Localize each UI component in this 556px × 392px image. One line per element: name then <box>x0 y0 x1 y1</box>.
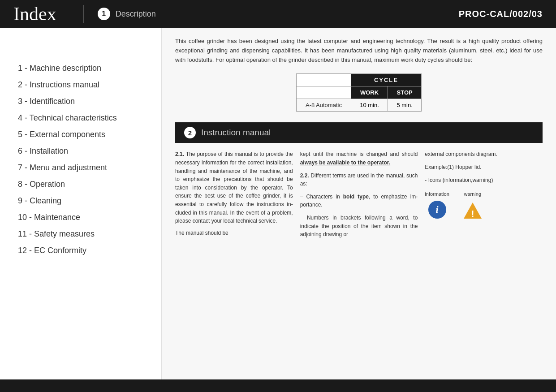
index-item: 1 - Machine description <box>18 64 148 73</box>
description-paragraph: This coffee grinder has been designed us… <box>175 37 543 65</box>
section1-number: 1 <box>98 8 110 20</box>
warning-label: warning <box>464 190 482 198</box>
right-content: This coffee grinder has been designed us… <box>161 28 556 379</box>
header: Index 1 Description PROC-CAL/002/03 <box>0 0 556 28</box>
warning-icon: ! <box>463 201 483 220</box>
sidebar: 1 - Machine description2 - Instructions … <box>0 28 161 379</box>
section2-title: Instruction manual <box>201 128 271 138</box>
instr-col1-intro: 2.1. The purpose of this manual is to pr… <box>175 150 293 225</box>
index-item: 12 - EC Conformity <box>18 246 148 255</box>
cycle-label: CYCLE <box>351 74 421 86</box>
warning-icon-wrapper: ! <box>463 201 483 223</box>
index-item: 8 - Operation <box>18 180 148 189</box>
cycle-table-wrapper: CYCLE WORK STOP A-8 Automatic 10 min. 5 … <box>175 73 543 112</box>
work-label: WORK <box>351 86 388 99</box>
index-item: 3 - Identification <box>18 97 148 106</box>
section2-number: 2 <box>184 127 196 138</box>
instr-col1-note: The manual should be <box>175 229 293 237</box>
doc-code: PROC-CAL/002/03 <box>459 9 543 19</box>
warning-icon-group: warning ! <box>463 190 483 223</box>
section1-label: Description <box>116 9 156 19</box>
work-value: 10 min. <box>351 99 388 112</box>
index-item: 5 - External components <box>18 130 148 139</box>
stop-label: STOP <box>388 86 422 99</box>
index-item: 6 - Installation <box>18 146 148 156</box>
instr-21-label: 2.1. <box>175 151 184 157</box>
instr-col3-text3: - Icons (information,warning) <box>425 176 543 185</box>
main-content: 1 - Machine description2 - Instructions … <box>0 28 556 379</box>
instr-col3-text2: Example:(1) Hopper lid. <box>425 163 543 172</box>
index-item: 11 - Safety measures <box>18 229 148 239</box>
info-label: information <box>425 190 449 198</box>
instr-col3: external components diagram. Example:(1)… <box>425 150 543 238</box>
info-icon-group: information i <box>425 190 449 219</box>
stop-value: 5 min. <box>388 99 422 112</box>
index-item: 4 - Technical characteristics <box>18 113 148 123</box>
cycle-table: CYCLE WORK STOP A-8 Automatic 10 min. 5 … <box>296 73 422 112</box>
header-divider <box>83 5 84 23</box>
instr-col2: kept until the machine is changed and sh… <box>300 150 418 238</box>
index-item: 10 - Maintenance <box>18 213 148 222</box>
info-icon: i <box>428 201 446 219</box>
index-item: 7 - Menu and adjustment <box>18 163 148 172</box>
instr-col3-text1: external components diagram. <box>425 150 543 159</box>
instr-col2-text1: kept until the machine is changed and sh… <box>300 150 418 167</box>
row-label: A-8 Automatic <box>297 99 351 112</box>
instr-col2-text4: – Numbers in brackets following a word, … <box>300 214 418 239</box>
svg-text:!: ! <box>471 209 474 219</box>
index-item: 9 - Cleaning <box>18 196 148 206</box>
header-section: 1 Description <box>98 8 459 20</box>
instr-col1: 2.1. The purpose of this manual is to pr… <box>175 150 293 238</box>
icons-section: information i warning ! <box>425 190 543 223</box>
instr-col2-text2: 2.2. Different terms are used in the man… <box>300 172 418 188</box>
index-list: 1 - Machine description2 - Instructions … <box>18 64 148 255</box>
index-item: 2 - Instructions manual <box>18 80 148 90</box>
footer <box>0 379 556 392</box>
instr-col2-text3: – Characters in bold type, to emphasize … <box>300 193 418 209</box>
instr-col1-text: The purpose of this manual is to provide… <box>175 151 293 224</box>
page-title: Index <box>13 3 56 25</box>
instruction-columns: 2.1. The purpose of this manual is to pr… <box>175 150 543 238</box>
page: Index 1 Description PROC-CAL/002/03 1 - … <box>0 0 556 392</box>
section2-header: 2 Instruction manual <box>175 122 543 143</box>
